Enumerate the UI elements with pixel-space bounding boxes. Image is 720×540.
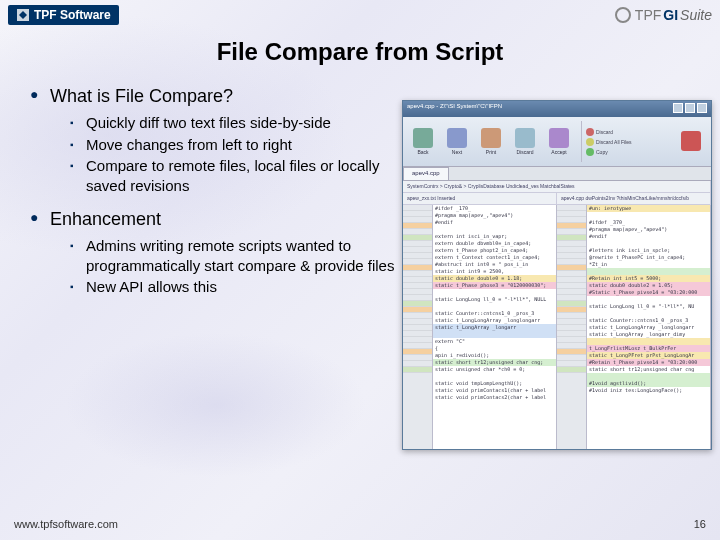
- code-line: static LongLong ll_0 = "-l*ll*", NULL: [433, 296, 556, 303]
- list-item: ▪New API allows this: [70, 277, 400, 297]
- code-line: extern t_Context contect1_in_cape4;: [433, 254, 556, 261]
- red-dot-icon: [586, 128, 594, 136]
- code-line: static void primContacs2(char + label: [433, 394, 556, 401]
- code-line: [433, 331, 556, 338]
- code-line: static short tr12;unsigned char cng: [587, 366, 710, 373]
- window-titlebar: apev4.cpp - Z\"\SI System\"C\"IFPN: [403, 101, 711, 117]
- discard-icon: [515, 128, 535, 148]
- path-bar: apew_zxx.txt Inserted apev4.cpp dwPoints…: [403, 193, 711, 205]
- file-tab[interactable]: apev4.cpp: [403, 167, 449, 180]
- code-line: #endif: [433, 219, 556, 226]
- code-line: static void primContacs1(char + label: [433, 387, 556, 394]
- code-line: #ifdef _170_: [433, 205, 556, 212]
- text-column: ● What is File Compare? ▪Quickly diff tw…: [30, 86, 400, 311]
- breadcrumb-text: SystemContrx > Crypto& > CryplisDatabase…: [403, 181, 711, 192]
- square-bullet-icon: ▪: [70, 236, 86, 275]
- square-bullet-icon: ▪: [70, 135, 86, 155]
- code-line: static t_LongArray _longarr: [433, 324, 556, 331]
- toolbar-right: [675, 121, 707, 162]
- back-button[interactable]: Back: [407, 121, 439, 162]
- accept-button[interactable]: Accept: [543, 121, 575, 162]
- path-right: apev4.cpp dwPoints2Inv ?thisMinCharLike/…: [557, 193, 711, 204]
- code-line: [587, 394, 710, 401]
- code-line: static int int9 = 2500,: [433, 268, 556, 275]
- diff-body: #ifdef _170_#pragma map(apev_,"apev4")#e…: [403, 205, 711, 449]
- minimize-icon[interactable]: [673, 103, 683, 113]
- code-line: [433, 373, 556, 380]
- bullet-1: ● What is File Compare?: [30, 86, 400, 107]
- discard-option[interactable]: Discard: [586, 128, 632, 136]
- code-line: #pragma map(apev_,"apev4"): [587, 226, 710, 233]
- code-line: *Zt_in: [587, 261, 710, 268]
- code-line: [587, 310, 710, 317]
- product-logo-right: TPFGI Suite: [615, 7, 712, 23]
- bullet-2-subs: ▪Admins writing remote scripts wanted to…: [70, 236, 400, 297]
- code-line: extern t_Phase phopt2_in_cape4;: [433, 247, 556, 254]
- code-line: #endif: [587, 233, 710, 240]
- slide-header: TPF Software TPFGI Suite: [0, 0, 720, 30]
- code-line: static t_LongArray _longarr_dimy: [587, 331, 710, 338]
- code-line: apin i_r=divoid();: [433, 352, 556, 359]
- page-number: 16: [694, 518, 706, 530]
- bullet-1-subs: ▪Quickly diff two text files side-by-sid…: [70, 113, 400, 195]
- code-line: #ifdef _370_: [587, 219, 710, 226]
- code-line: static t_LongPFret prPst_LongLongAr: [587, 352, 710, 359]
- tab-bar: apev4.cpp: [403, 167, 711, 181]
- bullet-1-heading: What is File Compare?: [50, 86, 233, 107]
- left-pane[interactable]: #ifdef _170_#pragma map(apev_,"apev4")#e…: [433, 205, 557, 449]
- code-line: static unsigned char *ch0 = 0;: [433, 366, 556, 373]
- discard-all-option[interactable]: Discard All Files: [586, 138, 632, 146]
- list-item: ▪Quickly diff two text files side-by-sid…: [70, 113, 400, 133]
- code-line: #Static t_Phase pivse14 = "03:20:000: [587, 289, 710, 296]
- square-bullet-icon: ▪: [70, 277, 86, 297]
- code-line: [587, 268, 710, 275]
- slide-title: File Compare from Script: [0, 38, 720, 66]
- list-item: ▪Compare to remote files, local files or…: [70, 156, 400, 195]
- code-line: [587, 212, 710, 219]
- code-line: t_LongFrlistMLosz t_BulkPrFer: [587, 345, 710, 352]
- breadcrumb-bar: SystemContrx > Crypto& > CryplisDatabase…: [403, 181, 711, 193]
- code-line: static LongLong ll_0 = "-l*ll*", NU: [587, 303, 710, 310]
- right-pane[interactable]: #un: ierotypwe#ifdef _370_#pragma map(ap…: [587, 205, 711, 449]
- arrow-right-icon: [447, 128, 467, 148]
- path-left: apew_zxx.txt Inserted: [403, 193, 557, 204]
- code-line: [587, 240, 710, 247]
- maximize-icon[interactable]: [685, 103, 695, 113]
- discard-button[interactable]: Discard: [509, 121, 541, 162]
- code-line: static t_Phase phose3 = "0120000030";: [433, 282, 556, 289]
- compare-app-screenshot: apev4.cpp - Z\"\SI System\"C\"IFPN Back …: [402, 100, 712, 450]
- print-button[interactable]: Print: [475, 121, 507, 162]
- yellow-dot-icon: [586, 138, 594, 146]
- left-gutter: [403, 205, 433, 449]
- right-gutter: [557, 205, 587, 449]
- code-line: #letters ink isci_in_spcle;: [587, 247, 710, 254]
- code-line: #Retain t_Phase pivse14 = "03:20:000: [587, 359, 710, 366]
- bullet-2: ● Enhancement: [30, 209, 400, 230]
- logo-text: TPF Software: [34, 8, 111, 22]
- code-line: static void tmpLompLengthU();: [433, 380, 556, 387]
- close-icon[interactable]: [697, 103, 707, 113]
- logo-icon: [16, 8, 30, 22]
- code-line: [587, 373, 710, 380]
- code-line: #1void iniz tes:LongLongFace();: [587, 387, 710, 394]
- x-icon: [681, 131, 701, 151]
- code-line: [433, 303, 556, 310]
- bullet-2-heading: Enhancement: [50, 209, 161, 230]
- code-line: [433, 226, 556, 233]
- logo-suite: Suite: [680, 7, 712, 23]
- copy-option[interactable]: Copy: [586, 148, 632, 156]
- window-title: apev4.cpp - Z\"\SI System\"C\"IFPN: [407, 103, 502, 115]
- arrow-left-icon: [413, 128, 433, 148]
- code-line: static Counter::cntcns1_0 _pros_3: [587, 317, 710, 324]
- next-button[interactable]: Next: [441, 121, 473, 162]
- code-line: static double double0 = 1.18;: [433, 275, 556, 282]
- code-line: {: [433, 345, 556, 352]
- slide-footer: www.tpfsoftware.com 16: [14, 518, 706, 530]
- bullet-dot-icon: ●: [30, 209, 50, 230]
- code-line: extern "C": [433, 338, 556, 345]
- code-line: static Counter::cntcns1_0 _pros_3: [433, 310, 556, 317]
- square-bullet-icon: ▪: [70, 156, 86, 195]
- code-line: [587, 338, 710, 345]
- green-dot-icon: [586, 148, 594, 156]
- close-button[interactable]: [675, 121, 707, 162]
